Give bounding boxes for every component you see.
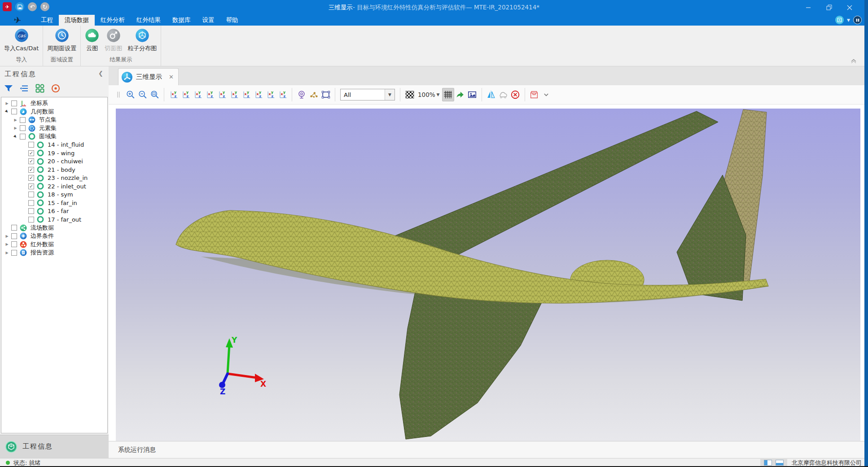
help-book-button[interactable] xyxy=(853,16,862,24)
maximize-button[interactable] xyxy=(819,0,839,15)
style-switcher-button[interactable] xyxy=(835,16,844,24)
tree-checkbox[interactable] xyxy=(28,217,34,223)
redo-button[interactable]: ↻ xyxy=(40,2,49,11)
tree-checkbox[interactable] xyxy=(11,109,17,114)
tree-row[interactable]: ✓22 - inlet_out xyxy=(1,182,107,191)
menu-tab-红外分析[interactable]: 红外分析 xyxy=(95,15,131,26)
tree-row[interactable]: 15 - far_in xyxy=(1,199,107,207)
menu-tab-数据库[interactable]: 数据库 xyxy=(167,15,197,26)
clear-remove-button[interactable] xyxy=(509,88,522,101)
tree-row[interactable]: ✓23 - nozzle_in xyxy=(1,174,107,183)
zoom-out-button[interactable] xyxy=(136,88,149,101)
display-filter-select[interactable]: All▼ xyxy=(340,89,395,100)
tree-checkbox[interactable] xyxy=(11,100,17,106)
save-scene-button[interactable] xyxy=(528,88,540,101)
tree-expander-icon[interactable]: ▶ xyxy=(12,133,19,140)
app-menu-button[interactable]: ✈ xyxy=(3,2,12,11)
tree-checkbox[interactable] xyxy=(11,241,17,247)
ribbon-button-周期面设置[interactable]: 周期面设置 xyxy=(44,26,79,52)
tree-checkbox[interactable]: ✓ xyxy=(28,175,34,181)
tree-checkbox[interactable]: ✓ xyxy=(28,150,34,156)
tree-checkbox[interactable] xyxy=(11,225,17,231)
tree-checkbox[interactable]: ✓ xyxy=(28,183,34,189)
tree-row[interactable]: 18 - sym xyxy=(1,191,107,199)
tree-expander-icon[interactable]: ▶ xyxy=(4,242,10,246)
view-iso-2-button[interactable]: xyz xyxy=(252,88,264,101)
menu-tab-工程[interactable]: 工程 xyxy=(35,15,59,26)
tree-row[interactable]: ▶报告资源 xyxy=(1,249,107,257)
tree-checkbox[interactable] xyxy=(28,200,34,206)
view-iso-4-button[interactable]: xyz xyxy=(276,88,289,101)
view-iso-1-button[interactable]: xyz xyxy=(240,88,252,101)
tree-row[interactable]: ✓20 - chuiwei xyxy=(1,157,107,166)
view-front-button[interactable]: xyz xyxy=(167,88,180,101)
minimize-button[interactable] xyxy=(798,0,819,15)
menu-tab-流场数据[interactable]: 流场数据 xyxy=(59,15,95,26)
tree-expander-icon[interactable]: ▶ xyxy=(13,126,18,130)
tree-row[interactable]: ▶边界条件 xyxy=(1,232,107,240)
view-top-button[interactable]: xyz xyxy=(216,88,228,101)
mesh-grid-toggle-button[interactable] xyxy=(442,88,454,101)
box-select-button[interactable] xyxy=(320,88,332,101)
view-left-button[interactable]: xyz xyxy=(192,88,204,101)
layout-bottom-panel-icon[interactable] xyxy=(776,460,784,466)
tree-checkbox[interactable] xyxy=(11,233,17,239)
tree-checkbox[interactable] xyxy=(28,142,34,148)
tab-close-icon[interactable]: ✕ xyxy=(169,74,174,80)
tree-row[interactable]: ▶节点集 xyxy=(1,116,107,124)
tree-checkbox[interactable] xyxy=(28,208,34,214)
layout-left-panel-icon[interactable] xyxy=(764,460,772,466)
tree-expander-icon[interactable]: ▶ xyxy=(4,234,10,238)
close-button[interactable] xyxy=(839,0,860,15)
tree-row[interactable]: 17 - far_out xyxy=(1,215,107,224)
tree-checkbox[interactable] xyxy=(20,134,26,140)
tree-row[interactable]: ✓21 - body xyxy=(1,166,107,174)
tree-checkbox[interactable] xyxy=(20,117,26,123)
save-button[interactable] xyxy=(15,2,24,11)
capture-image-button[interactable] xyxy=(466,88,478,101)
grid-green-button[interactable] xyxy=(35,83,45,93)
ribbon-button-云图[interactable]: 云图 xyxy=(82,26,102,52)
tree-row[interactable]: 16 - far xyxy=(1,207,107,216)
zoom-in-button[interactable] xyxy=(124,88,136,101)
ribbon-collapse-button[interactable] xyxy=(850,57,857,65)
tree-expander-icon[interactable]: ▶ xyxy=(4,101,10,105)
tree-checkbox[interactable] xyxy=(28,192,34,197)
view-iso-3-button[interactable]: xyz xyxy=(264,88,276,101)
cloud-display-button[interactable] xyxy=(497,88,509,101)
viewport-3d[interactable]: Y X Z xyxy=(116,109,860,441)
transparency-checker-button[interactable] xyxy=(403,88,416,101)
tree-row[interactable]: ▶几何数据 xyxy=(1,108,107,116)
zoom-window-button[interactable] xyxy=(149,88,161,101)
tree-row[interactable]: 14 - int_fluid xyxy=(1,141,107,149)
view-right-button[interactable]: xyz xyxy=(204,88,216,101)
tree-row[interactable]: ▶红外数据 xyxy=(1,240,107,249)
tree-row[interactable]: ✓19 - wing xyxy=(1,149,107,157)
tree-row[interactable]: ▶Yx坐标系 xyxy=(1,99,107,108)
menu-tab-帮助[interactable]: 帮助 xyxy=(220,15,244,26)
target-button[interactable] xyxy=(51,83,61,93)
tree-row[interactable]: ▶面域集 xyxy=(1,132,107,141)
tree-checkbox[interactable]: ✓ xyxy=(28,158,34,164)
tree-row[interactable]: ▶元素集 xyxy=(1,124,107,133)
probe-camera-button[interactable] xyxy=(295,88,307,101)
more-chevron-button[interactable] xyxy=(540,88,552,101)
undo-button[interactable]: ↶ xyxy=(28,2,37,11)
tab-3d-display[interactable]: 三维显示 ✕ xyxy=(118,68,179,85)
panel-collapse-button[interactable]: ❮ xyxy=(98,70,103,77)
ribbon-button-导入Cas/Dat[interactable]: cas导入Cas/Dat xyxy=(1,26,41,52)
view-back-button[interactable]: xyz xyxy=(180,88,192,101)
list-outline-button[interactable] xyxy=(19,83,29,93)
view-bottom-button[interactable]: xyz xyxy=(228,88,240,101)
style-dropdown-caret-icon[interactable]: ▼ xyxy=(847,18,850,22)
menu-tab-红外结果[interactable]: 红外结果 xyxy=(131,15,167,26)
panel-footer-tab[interactable]: 工程信息 xyxy=(0,435,109,458)
tree-checkbox[interactable]: ✓ xyxy=(28,167,34,173)
mirror-display-button[interactable] xyxy=(485,88,497,101)
menu-tab-设置[interactable]: 设置 xyxy=(197,15,220,26)
zoom-level-dropdown[interactable]: 100%▼ xyxy=(416,91,442,98)
tree-expander-icon[interactable]: ▶ xyxy=(13,118,18,122)
ribbon-button-粒子分布图[interactable]: 粒子分布图 xyxy=(125,26,159,52)
particle-trace-button[interactable] xyxy=(307,88,320,101)
combo-dropdown-icon[interactable]: ▼ xyxy=(385,89,395,100)
